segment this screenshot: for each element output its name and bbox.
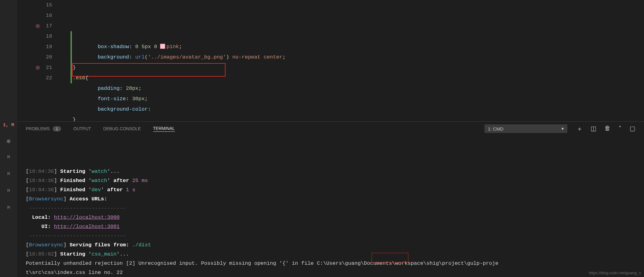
- problems-count-badge: 1: [53, 126, 61, 131]
- scm-status-item: M: [7, 205, 10, 211]
- chevron-down-icon: ▾: [561, 126, 564, 131]
- tab-output[interactable]: OUTPUT: [73, 126, 91, 131]
- tab-debug-console[interactable]: DEBUG CONSOLE: [103, 126, 141, 131]
- watermark: https://blog.csdn.net/guang_s: [589, 271, 641, 275]
- kill-terminal-icon[interactable]: 🗑: [604, 125, 611, 133]
- scm-status-item: 1, M: [3, 123, 14, 128]
- terminal-select[interactable]: 1: cmd ▾: [484, 124, 567, 133]
- tab-problems-label: PROBLEMS: [26, 126, 50, 131]
- split-terminal-icon[interactable]: ◫: [591, 125, 596, 133]
- bottom-panel: PROBLEMS 1 OUTPUT DEBUG CONSOLE TERMINAL…: [17, 121, 644, 277]
- terminal-output[interactable]: [18:04:36] Starting 'watch'...[18:04:36]…: [17, 136, 644, 277]
- chevron-up-icon[interactable]: ˄: [619, 125, 622, 133]
- code-area[interactable]: box-shadow: 0 5px 0 pink; background: ur…: [60, 0, 644, 121]
- scm-status-item: M: [7, 172, 10, 177]
- scm-status-item: M: [7, 155, 10, 160]
- scm-status-item: M: [7, 188, 10, 194]
- maximize-panel-icon[interactable]: ▢: [630, 125, 635, 133]
- scm-sidebar: 1, MMMMM: [0, 0, 17, 277]
- scm-status-item: [7, 139, 10, 143]
- gutter: 1516171819202122: [17, 0, 60, 121]
- new-terminal-icon[interactable]: ＋: [577, 125, 583, 133]
- tab-problems[interactable]: PROBLEMS 1: [26, 126, 61, 131]
- code-editor[interactable]: 1516171819202122 box-shadow: 0 5px 0 pin…: [17, 0, 644, 121]
- tab-terminal[interactable]: TERMINAL: [153, 126, 175, 132]
